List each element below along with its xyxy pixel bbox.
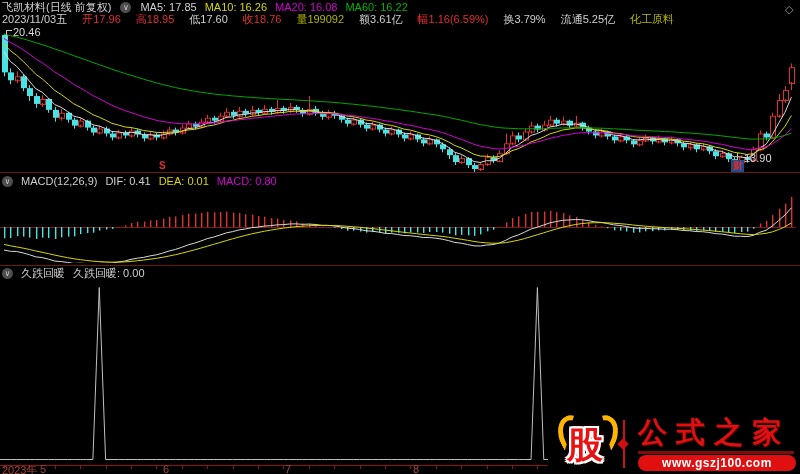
collapse-signal-icon[interactable]: ∨ (2, 268, 13, 279)
bull-icon: 股 (558, 416, 618, 470)
quote-field: 量199092 (296, 13, 344, 25)
date-label: 2023年 (2, 463, 37, 474)
quote-info-bar: 2023/11/03五开17.96高18.95低17.60收18.76量1990… (2, 13, 682, 25)
macd-value: DEA: 0.01 (159, 175, 209, 187)
logo-brand-text: 公式之家 (638, 416, 798, 448)
date-label: 7 (285, 463, 291, 474)
window-diamond-icon[interactable]: ◇ (785, 3, 793, 16)
logo-underline (638, 451, 794, 454)
ma-value: MA60: 16.22 (345, 1, 407, 13)
collapse-macd-icon[interactable]: ∨ (2, 176, 13, 187)
macd-value: MACD: 0.80 (217, 175, 277, 187)
macd-indicator-name: MACD(12,26,9) (21, 175, 97, 187)
stock-chart-app: 飞凯材料(日线 前复权) ∨ MA5: 17.85MA10: 16.26MA20… (0, 0, 800, 474)
signal-header: ∨ 久跌回暖 久跌回暖: 0.00 (2, 267, 145, 279)
ma-value: MA10: 16.26 (205, 1, 267, 13)
quote-field: 收18.76 (243, 13, 282, 25)
quote-field: 流通5.25亿 (561, 13, 615, 25)
ma-values: MA5: 17.85MA10: 16.26MA20: 16.08MA60: 16… (140, 1, 415, 13)
quote-field: 化工原料 (630, 13, 674, 25)
title-bar: 飞凯材料(日线 前复权) ∨ MA5: 17.85MA10: 16.26MA20… (2, 1, 416, 13)
quote-field: 高18.95 (136, 13, 175, 25)
chart-canvas[interactable] (0, 0, 800, 474)
signal-indicator-name: 久跌回暖 (21, 267, 65, 279)
quote-field: 换3.79% (503, 13, 545, 25)
date-label: 5 (40, 463, 46, 474)
stock-title: 飞凯材料(日线 前复权) (2, 1, 111, 13)
ma-value: MA5: 17.85 (140, 1, 196, 13)
logo-url[interactable]: www.gszj100.com (638, 455, 796, 471)
quote-field: 开17.96 (82, 13, 121, 25)
macd-values: DIF: 0.41DEA: 0.01MACD: 0.80 (105, 175, 284, 187)
logo-diamond-icon (617, 438, 628, 449)
macd-value: DIF: 0.41 (105, 175, 150, 187)
high-price-connector (6, 30, 12, 39)
finance-report-marker: 财 (731, 160, 744, 172)
quote-field: 2023/11/03五 (2, 13, 67, 25)
date-label: 8 (413, 463, 419, 474)
signal-indicator-value: 久跌回暖: 0.00 (73, 267, 145, 279)
site-logo[interactable]: 股 公式之家 www.gszj100.com (552, 410, 798, 472)
sell-signal-marker: S (159, 160, 166, 171)
collapse-main-icon[interactable]: ∨ (120, 2, 131, 13)
ma-value: MA20: 16.08 (275, 1, 337, 13)
quote-field: 幅1.16(6.59%) (418, 13, 489, 25)
bull-character: 股 (567, 424, 603, 466)
macd-header: ∨ MACD(12,26,9) DIF: 0.41DEA: 0.01MACD: … (2, 175, 285, 187)
quote-field: 额3.61亿 (359, 13, 402, 25)
date-label: 6 (163, 463, 169, 474)
high-price-label: 20.46 (6, 26, 41, 39)
quote-field: 低17.60 (189, 13, 228, 25)
